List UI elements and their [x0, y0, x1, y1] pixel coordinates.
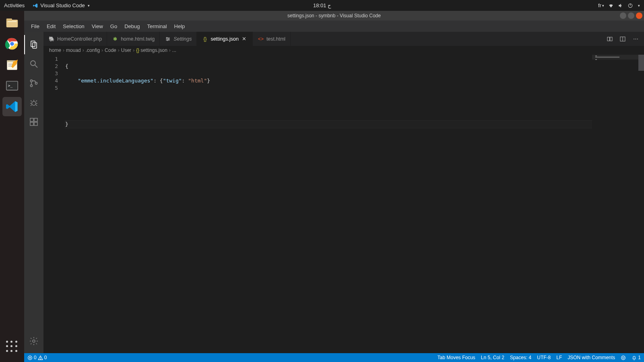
svg-rect-15: [33, 43, 37, 48]
menu-go[interactable]: Go: [107, 21, 121, 32]
breadcrumb-item[interactable]: home: [49, 47, 61, 53]
menu-help[interactable]: Help: [171, 21, 189, 32]
tab-home-controller[interactable]: 🐘 HomeController.php: [43, 32, 107, 46]
menu-debug[interactable]: Debug: [121, 21, 143, 32]
tab-home-twig[interactable]: ❃ home.html.twig: [107, 32, 160, 46]
dock-show-apps-icon[interactable]: [2, 337, 22, 356]
svg-point-18: [31, 80, 33, 82]
chevron-right-icon: ›: [63, 47, 64, 53]
bell-icon: [632, 355, 637, 360]
more-actions-icon[interactable]: ⋯: [630, 34, 641, 44]
gnome-top-bar: Activities Visual Studio Code ▾ ح 18:01 …: [0, 0, 644, 11]
php-icon: 🐘: [48, 36, 55, 42]
breadcrumb-item[interactable]: {} settings.json: [136, 47, 167, 53]
svg-line-17: [35, 65, 37, 68]
status-notifications[interactable]: 1: [632, 355, 641, 360]
warning-count: 0: [44, 355, 47, 360]
svg-point-21: [32, 101, 36, 105]
wifi-icon[interactable]: [608, 3, 614, 8]
breadcrumb-item[interactable]: Code: [105, 47, 116, 53]
status-encoding[interactable]: UTF-8: [537, 355, 551, 360]
chevron-down-icon: ▾: [88, 4, 90, 8]
status-cursor-position[interactable]: Ln 5, Col 2: [481, 355, 504, 360]
json-icon: {}: [136, 47, 139, 53]
svg-point-30: [167, 37, 167, 38]
volume-icon[interactable]: [618, 3, 623, 8]
split-editor-icon[interactable]: [617, 34, 628, 44]
status-problems[interactable]: 0 0: [27, 355, 47, 360]
workbench-body: 🐘 HomeController.php ❃ home.html.twig Se…: [24, 32, 644, 353]
top-app-menu[interactable]: Visual Studio Code ▾: [33, 2, 89, 8]
activity-search-icon[interactable]: [24, 54, 43, 74]
chevron-right-icon: ›: [83, 47, 84, 53]
breadcrumb-item[interactable]: ...: [172, 47, 176, 53]
svg-rect-23: [30, 122, 33, 125]
power-icon[interactable]: [627, 3, 633, 8]
menu-view[interactable]: View: [88, 21, 107, 32]
minimize-button[interactable]: [620, 12, 626, 19]
system-tray: fr▾ ▾: [598, 2, 640, 8]
tab-settings-ui[interactable]: Settings: [160, 32, 197, 46]
activity-explorer-icon[interactable]: [24, 35, 43, 54]
menu-edit[interactable]: Edit: [43, 21, 59, 32]
window-controls: [620, 12, 642, 19]
activity-extensions-icon[interactable]: [24, 112, 43, 132]
menu-terminal[interactable]: Terminal: [143, 21, 170, 32]
tab-actions: ⋯: [605, 32, 644, 46]
minimap[interactable]: [592, 55, 638, 353]
clock[interactable]: ح 18:01: [313, 2, 331, 8]
dock-files-icon[interactable]: [2, 13, 22, 33]
keyboard-lang-indicator[interactable]: fr▾: [598, 2, 604, 8]
dock-vscode-icon[interactable]: [2, 97, 22, 116]
svg-point-32: [167, 39, 168, 40]
status-language-mode[interactable]: JSON with Comments: [568, 355, 615, 360]
tab-bar: 🐘 HomeController.php ❃ home.html.twig Se…: [43, 32, 644, 46]
status-tab-moves-focus[interactable]: Tab Moves Focus: [438, 355, 475, 360]
dock-text-editor-icon[interactable]: [2, 55, 22, 74]
scrollbar-thumb[interactable]: [638, 55, 644, 71]
activity-debug-icon[interactable]: [24, 93, 43, 112]
svg-point-26: [33, 340, 35, 342]
error-icon: [27, 355, 33, 360]
maximize-button[interactable]: [628, 12, 634, 19]
tab-label: settings.json: [211, 36, 238, 42]
svg-point-44: [624, 357, 624, 357]
tab-label: test.html: [266, 36, 285, 42]
svg-rect-25: [34, 118, 37, 121]
tab-test-html[interactable]: <> test.html: [253, 32, 291, 46]
tab-label: Settings: [173, 36, 192, 42]
dock-terminal-icon[interactable]: >_: [2, 76, 22, 95]
top-app-label: Visual Studio Code: [40, 2, 85, 8]
line-numbers-gutter: 1 2 3 4 5: [43, 55, 65, 353]
menu-selection[interactable]: Selection: [59, 21, 88, 32]
vertical-scrollbar[interactable]: [638, 55, 644, 353]
status-eol[interactable]: LF: [556, 355, 562, 360]
tab-settings-json[interactable]: {} settings.json ✕: [197, 32, 252, 46]
line-number: 4: [43, 77, 58, 84]
compare-changes-icon[interactable]: [605, 34, 615, 44]
status-feedback-icon[interactable]: [621, 355, 626, 360]
status-indentation[interactable]: Spaces: 4: [510, 355, 531, 360]
breadcrumb-item[interactable]: mouad: [66, 47, 81, 53]
ubuntu-dock: >_: [0, 11, 24, 362]
svg-rect-14: [31, 41, 35, 47]
editor-area[interactable]: 1 2 3 4 5 { "emmet.includeLanguages": {"…: [43, 55, 644, 353]
notification-count: 1: [638, 355, 641, 360]
breadcrumb-item[interactable]: .config: [86, 47, 100, 53]
svg-point-19: [31, 85, 33, 87]
code-content[interactable]: { "emmet.includeLanguages": {"twig": "ht…: [65, 55, 592, 353]
breadcrumb-item[interactable]: User: [121, 47, 131, 53]
close-tab-icon[interactable]: ✕: [241, 36, 248, 42]
menu-file[interactable]: File: [27, 21, 43, 32]
activity-source-control-icon[interactable]: [24, 74, 43, 93]
twig-icon: ❃: [112, 36, 118, 42]
activities-button[interactable]: Activities: [4, 2, 25, 8]
close-button[interactable]: [636, 12, 642, 19]
error-count: 0: [34, 355, 37, 360]
activity-settings-gear-icon[interactable]: [24, 331, 43, 351]
vscode-window: settings.json - symbnb - Visual Studio C…: [24, 11, 644, 362]
vscode-icon: [33, 3, 38, 8]
svg-point-42: [621, 356, 625, 360]
dock-chrome-icon[interactable]: [2, 34, 22, 53]
svg-rect-24: [34, 122, 37, 125]
